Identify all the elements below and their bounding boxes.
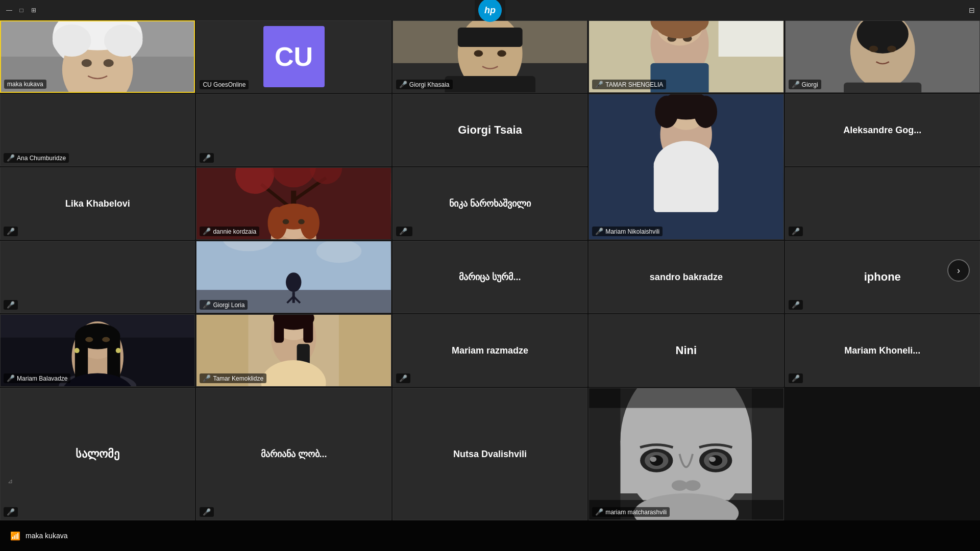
tile-dannie-kordzaia[interactable]: 🎤 dannie kordzaia — [196, 167, 391, 240]
participant-name-text: CU GoesOnline — [203, 81, 246, 88]
svg-rect-87 — [304, 317, 313, 343]
current-speaker-name: maka kukava — [26, 532, 67, 540]
mute-icon: 🎤 — [7, 508, 15, 516]
mute-icon: 🎤 — [203, 301, 211, 309]
participant-label-giorgi-loria: 🎤 Giorgi Loria — [200, 300, 248, 310]
tile-cu-goesonline[interactable]: CU CU GoesOnline — [196, 20, 391, 93]
tile-mariam-balavadze[interactable]: 🎤 Mariam Balavadze — [0, 314, 195, 387]
participant-label-lika: 🎤 — [4, 227, 18, 236]
participant-name-text: mariam matcharashvili — [605, 509, 667, 516]
participant-grid: maka kukava CU CU GoesOnline — [0, 20, 980, 520]
svg-point-74 — [85, 337, 93, 342]
svg-rect-23 — [651, 21, 709, 31]
tile-maka-kukava[interactable]: maka kukava — [0, 20, 195, 93]
mute-icon: 🎤 — [399, 374, 407, 382]
tile-unnamed-3[interactable]: 🎤 — [0, 241, 195, 313]
svg-point-101 — [709, 457, 716, 462]
participant-name-text: Giorgi Khasaia — [409, 81, 450, 88]
tile-tamar-kemoklidze[interactable]: 🎤 Tamar Kemoklidze — [196, 314, 391, 387]
participant-display-name-salome: სალომე — [70, 442, 125, 466]
grid-button[interactable]: ⊞ — [30, 6, 38, 14]
mute-icon: 🎤 — [203, 228, 211, 235]
participant-label-unnamed1: 🎤 — [200, 153, 214, 163]
tile-lika-khabelovi[interactable]: Lika Khabelovi 🎤 — [0, 167, 195, 240]
mute-icon: 🎤 — [595, 228, 603, 235]
participant-label-ana: 🎤 Ana Chumburidze — [4, 153, 69, 163]
tile-mariam-khoneli[interactable]: Mariam Khoneli... 🎤 — [785, 314, 980, 387]
hp-circle-icon: hp — [478, 0, 502, 22]
svg-point-38 — [655, 96, 679, 128]
cu-avatar: CU — [263, 26, 325, 87]
svg-point-103 — [685, 481, 701, 491]
mute-icon: 🎤 — [595, 81, 603, 88]
svg-point-29 — [887, 45, 896, 52]
participant-name-text: Giorgi Loria — [213, 302, 244, 309]
mute-icon: 🎤 — [203, 374, 211, 382]
next-page-button[interactable]: › — [947, 259, 970, 282]
signal-icon: 📶 — [10, 531, 20, 541]
participant-name-text: maka kukava — [7, 81, 43, 88]
minimize-button[interactable]: — — [5, 6, 13, 14]
svg-point-28 — [869, 45, 878, 52]
tile-mariana-lob[interactable]: მარიანა ლობ... 🎤 — [196, 388, 391, 520]
tile-giorgi-tsaia[interactable]: Giorgi Tsaia — [393, 94, 587, 166]
participant-label-unnamed3: 🎤 — [4, 300, 18, 310]
participant-label-giorgi-k: 🎤 Giorgi Khasaia — [396, 80, 453, 89]
svg-point-75 — [102, 337, 110, 342]
svg-point-4 — [82, 59, 92, 67]
participant-name-text: TAMAR SHENGELIA — [605, 81, 663, 88]
mute-icon: 🎤 — [7, 154, 15, 162]
participant-name-text: Ana Chumburidze — [17, 155, 66, 162]
mute-icon: 🎤 — [7, 228, 15, 235]
mute-icon: 🎤 — [792, 228, 800, 235]
participant-label-unnamed2: 🎤 — [789, 227, 803, 236]
tile-mariam-matcharashvili[interactable]: 🎤 mariam matcharashvili — [589, 388, 783, 520]
tile-mariam-photo[interactable]: 🎤 Mariam Nikolaishvili — [589, 94, 783, 240]
tile-sandro-bakradze[interactable]: sandro bakradze — [589, 241, 783, 313]
participant-name-text: Tamar Kemoklidze — [213, 375, 263, 382]
restore-button[interactable]: □ — [17, 6, 26, 14]
tile-aleksandre-gog[interactable]: Aleksandre Gog... — [785, 94, 980, 166]
chevron-right-icon: › — [957, 265, 960, 276]
svg-point-100 — [650, 457, 657, 462]
svg-point-13 — [474, 50, 483, 57]
participant-display-name-alek: Aleksandre Gog... — [838, 120, 926, 141]
tile-nini[interactable]: Nini — [589, 314, 783, 387]
participant-label-tamar: 🎤 TAMAR SHENGELIA — [592, 80, 666, 89]
participant-display-name-nini: Nini — [671, 339, 702, 362]
tile-giorgi-loria[interactable]: 🎤 Giorgi Loria — [196, 241, 391, 313]
tile-giorgi-khasaia[interactable]: 🎤 Giorgi Khasaia — [393, 20, 587, 93]
svg-point-77 — [116, 348, 121, 353]
participant-label-mariana: 🎤 — [200, 507, 214, 517]
svg-point-60 — [286, 272, 301, 292]
participant-display-name-nika: ნიკა ნაროხაშვილი — [444, 193, 536, 214]
participant-display-name-marica: მარიცა სურმ... — [454, 266, 526, 288]
hp-logo: hp — [475, 0, 505, 20]
tile-nika[interactable]: ნიკა ნაროხაშვილი 🎤 — [393, 167, 587, 240]
participant-name-text: Giorgi — [802, 81, 818, 88]
svg-point-55 — [298, 219, 305, 224]
tile-salome[interactable]: სალომე 🎤 — [0, 388, 195, 520]
tile-tamar-shengelia[interactable]: 🎤 TAMAR SHENGELIA — [589, 20, 783, 93]
participant-display-name-lika: Lika Khabelovi — [60, 193, 135, 214]
mute-icon: 🎤 — [203, 508, 211, 516]
maximize-button[interactable]: ⊟ — [969, 6, 975, 14]
tile-ana-chumburidze[interactable]: 🎤 Ana Chumburidze — [0, 94, 195, 166]
participant-label-khoneli: 🎤 — [789, 373, 803, 383]
participant-display-name-giorgi-tsaia: Giorgi Tsaia — [453, 118, 527, 142]
svg-rect-30 — [844, 83, 921, 92]
mute-icon: 🎤 — [792, 301, 800, 309]
svg-point-54 — [283, 219, 289, 224]
participant-label-mariam-bala: 🎤 Mariam Balavadze — [4, 373, 70, 383]
tile-unnamed-2[interactable]: 🎤 — [785, 167, 980, 240]
svg-rect-12 — [458, 28, 523, 47]
participant-label-tamar-kem: 🎤 Tamar Kemoklidze — [200, 373, 266, 383]
tile-nutsa-dvalishvili[interactable]: Nutsa Dvalishvili — [393, 388, 587, 520]
tile-giorgi[interactable]: 🎤 Giorgi — [785, 20, 980, 93]
participant-label-dannie: 🎤 dannie kordzaia — [200, 227, 259, 236]
participant-display-name-iphone: iphone — [859, 265, 906, 289]
mute-icon: 🎤 — [792, 81, 800, 88]
tile-marica-surm[interactable]: მარიცა სურმ... — [393, 241, 587, 313]
tile-unnamed-1[interactable]: 🎤 — [196, 94, 391, 166]
tile-mariam-razmadze[interactable]: Mariam razmadze 🎤 — [393, 314, 587, 387]
